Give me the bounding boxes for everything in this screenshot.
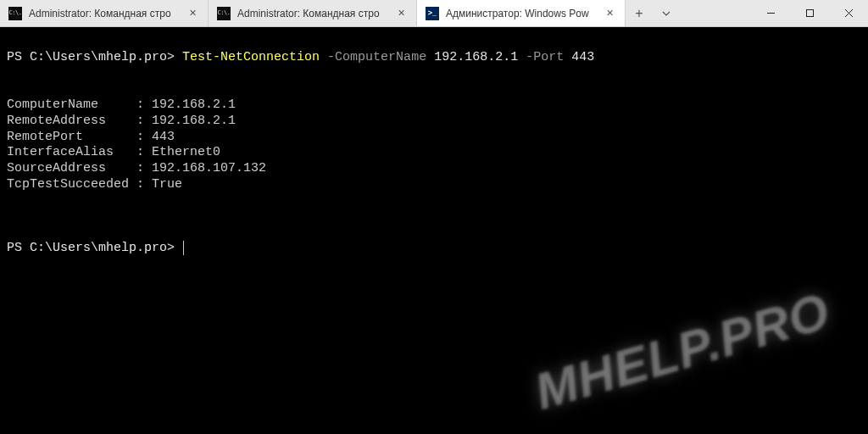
tab-title: Administrator: Командная стро — [29, 8, 179, 19]
title-bar: C:\. Administrator: Командная стро ✕ C:\… — [0, 0, 868, 27]
close-icon — [844, 8, 854, 18]
prompt-path: PS C:\Users\mhelp.pro> — [7, 50, 175, 64]
close-window-button[interactable] — [829, 0, 868, 26]
command-param: -Port — [526, 50, 564, 64]
minimize-icon — [766, 8, 776, 18]
command-param: -ComputerName — [327, 50, 426, 64]
watermark-text: MHELP.PRO — [528, 279, 837, 424]
tab-powershell[interactable]: >_ Администратор: Windows Pow ✕ — [417, 0, 626, 26]
maximize-icon — [805, 8, 815, 18]
output-row: SourceAddress : 192.168.107.132 — [7, 161, 266, 175]
output-row: TcpTestSucceeded : True — [7, 177, 182, 192]
cmd-icon: C:\. — [8, 7, 22, 20]
tab-strip: C:\. Administrator: Командная стро ✕ C:\… — [0, 0, 626, 26]
terminal-pane[interactable]: PS C:\Users\mhelp.pro> Test-NetConnectio… — [0, 27, 868, 434]
close-icon[interactable]: ✕ — [394, 7, 408, 20]
command-arg: 192.168.2.1 — [434, 50, 518, 64]
command-cmdlet: Test-NetConnection — [182, 50, 320, 64]
maximize-button[interactable] — [790, 0, 829, 26]
powershell-icon: >_ — [426, 7, 439, 20]
cmd-icon: C:\. — [217, 7, 231, 20]
chevron-down-icon — [661, 8, 671, 19]
tab-cmd-2[interactable]: C:\. Administrator: Командная стро ✕ — [209, 0, 417, 26]
window-controls — [751, 0, 868, 26]
output-row: RemoteAddress : 192.168.2.1 — [7, 114, 236, 128]
plus-icon: + — [635, 6, 643, 21]
command-arg: 443 — [571, 50, 594, 64]
close-icon[interactable]: ✕ — [186, 7, 199, 20]
close-icon[interactable]: ✕ — [603, 7, 616, 20]
output-row: RemotePort : 443 — [7, 130, 175, 144]
output-row: InterfaceAlias : Ethernet0 — [7, 145, 220, 159]
prompt-path: PS C:\Users\mhelp.pro> — [7, 241, 175, 255]
minimize-button[interactable] — [751, 0, 790, 26]
title-bar-spacer — [680, 0, 751, 26]
tab-title: Администратор: Windows Pow — [446, 8, 596, 19]
tab-dropdown-button[interactable] — [653, 0, 680, 26]
tab-cmd-1[interactable]: C:\. Administrator: Командная стро ✕ — [0, 0, 209, 26]
svg-rect-1 — [806, 10, 813, 17]
text-cursor — [183, 241, 184, 255]
new-tab-button[interactable]: + — [626, 0, 653, 26]
tab-title: Administrator: Командная стро — [237, 8, 387, 19]
output-row: ComputerName : 192.168.2.1 — [7, 97, 236, 112]
